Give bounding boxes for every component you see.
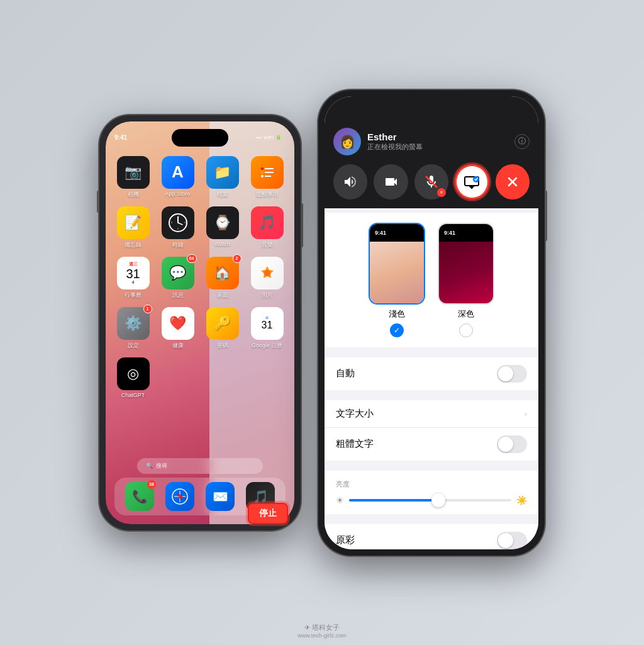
watermark-icon: ✈ xyxy=(304,624,310,631)
chatgpt-label: ChatGPT xyxy=(121,392,145,398)
watermark: ✈ 塔科女子 www.tech-girlz.com xyxy=(297,623,347,639)
notes-icon-bg: 📝 xyxy=(117,206,150,239)
chatgpt-icon-bg: ◎ xyxy=(117,357,150,390)
svg-text:6: 6 xyxy=(177,228,179,230)
clock-icon-bg: 12 3 6 9 xyxy=(162,206,194,239)
bold-toggle[interactable] xyxy=(497,435,527,453)
light-mode-preview: 9:41 xyxy=(369,223,425,305)
clock-label: 時鐘 xyxy=(172,241,184,249)
home-label: 家庭 xyxy=(217,291,228,300)
app-music[interactable]: 🎵 音樂 xyxy=(248,206,286,249)
app-appstore[interactable]: A App Store xyxy=(159,156,196,199)
light-mode-tile[interactable]: 9:41 淺色 ✓ xyxy=(369,223,425,337)
video-button[interactable] xyxy=(374,164,408,199)
stop-button[interactable]: 停止 xyxy=(248,503,288,524)
left-phone: 9:41 ▪▪▪ WiFi 🔋 📷 相機 xyxy=(99,115,301,530)
camera-icon-bg: 📷 xyxy=(117,156,150,189)
search-label: 搜尋 xyxy=(156,462,167,470)
close-shareplay-button[interactable] xyxy=(496,164,530,199)
watch-label: Watch xyxy=(214,241,230,247)
user-info: Esther 正在檢視我的螢幕 xyxy=(367,132,508,152)
photos-label: 照片 xyxy=(262,291,273,300)
search-bar[interactable]: 🔍 搜尋 xyxy=(137,458,263,474)
auto-toggle[interactable] xyxy=(497,365,527,383)
app-home[interactable]: 🏠 2 家庭 xyxy=(204,257,241,300)
app-clock[interactable]: 12 3 6 9 時鐘 xyxy=(159,206,196,249)
app-grid: 📷 相機 A App Store 📁 檔案 xyxy=(106,156,294,398)
dark-mode-label: 深色 xyxy=(458,308,474,320)
bold-text-row: 粗體文字 xyxy=(325,428,538,461)
wifi-icon: WiFi xyxy=(264,135,274,140)
app-googlecal[interactable]: G 31 Google 日曆 xyxy=(248,307,286,350)
notes-label: 備忘錄 xyxy=(125,241,142,249)
right-phone: 👩 Esther 正在檢視我的螢幕 ⓘ xyxy=(318,90,545,556)
app-settings[interactable]: ⚙️ 1 設定 xyxy=(114,307,152,350)
brightness-label: 亮度 xyxy=(336,480,527,489)
scene: 9:41 ▪▪▪ WiFi 🔋 📷 相機 xyxy=(0,0,644,645)
svg-text:12: 12 xyxy=(177,216,179,218)
appearance-section: 9:41 淺色 ✓ 9:41 xyxy=(325,213,538,347)
svg-text:3: 3 xyxy=(184,222,186,224)
dock-mail[interactable]: ✉️ xyxy=(206,482,235,511)
phone-badge: 38 xyxy=(147,480,156,489)
display-group: 原彩 根據周圍光線狀況自動調整 iPhone 螢幕，讓色彩在不同的環境下都看起來… xyxy=(325,524,538,549)
status-bar-left: 9:41 ▪▪▪ WiFi 🔋 xyxy=(106,132,294,144)
speaker-button[interactable] xyxy=(333,164,367,199)
messages-badge: 64 xyxy=(187,254,197,263)
svg-text:9: 9 xyxy=(171,222,172,224)
search-icon: 🔍 xyxy=(146,463,153,469)
app-photos[interactable]: 照片 xyxy=(248,257,286,300)
reminders-icon-bg xyxy=(251,156,284,189)
app-health[interactable]: ❤️ 健康 xyxy=(159,307,196,350)
svg-rect-5 xyxy=(265,176,271,177)
app-chatgpt[interactable]: ◎ ChatGPT xyxy=(114,357,152,398)
truetone-knob xyxy=(498,533,513,548)
camera-label: 相機 xyxy=(128,191,139,199)
app-reminders[interactable]: 提醒事項 xyxy=(248,156,286,199)
bold-toggle-knob xyxy=(498,437,513,452)
app-notes[interactable]: 📝 備忘錄 xyxy=(114,206,152,249)
app-calendar[interactable]: 週三 31 4 行事曆 xyxy=(114,257,152,300)
watermark-url: www.tech-girlz.com xyxy=(297,632,347,639)
signal-icon: ▪▪▪ xyxy=(256,135,262,140)
light-preview-time: 9:41 xyxy=(375,230,386,236)
reminders-label: 提醒事項 xyxy=(256,191,279,199)
dock-phone[interactable]: 📞 38 xyxy=(125,482,154,511)
dark-mode-tile[interactable]: 9:41 深色 xyxy=(438,223,494,337)
user-avatar: 👩 xyxy=(333,128,361,155)
mic-button[interactable]: ✕ xyxy=(414,164,448,199)
user-name: Esther xyxy=(367,132,508,142)
share-screen-button[interactable] xyxy=(455,164,489,199)
shareplay-user-row: 👩 Esther 正在檢視我的螢幕 ⓘ xyxy=(333,128,530,155)
dark-mode-preview: 9:41 xyxy=(438,223,494,305)
info-button[interactable]: ⓘ xyxy=(514,134,530,149)
appstore-icon-bg: A xyxy=(162,156,194,189)
text-group: 文字大小 › 粗體文字 xyxy=(325,400,538,461)
text-size-chevron: › xyxy=(525,409,527,418)
user-status: 正在檢視我的螢幕 xyxy=(367,142,508,152)
home-badge: 2 xyxy=(233,254,242,263)
dark-preview-time: 9:41 xyxy=(444,230,455,236)
app-watch[interactable]: ⌚ Watch xyxy=(204,206,241,249)
music-icon-bg: 🎵 xyxy=(251,206,284,239)
svg-point-0 xyxy=(261,167,264,170)
app-files[interactable]: 📁 檔案 xyxy=(204,156,241,199)
svg-rect-1 xyxy=(265,168,274,169)
dock-safari[interactable] xyxy=(165,482,194,511)
brightness-slider[interactable] xyxy=(349,499,511,502)
app-messages[interactable]: 💬 64 訊息 xyxy=(159,257,196,300)
battery-icon: 🔋 xyxy=(275,135,282,140)
muted-indicator: ✕ xyxy=(437,188,446,197)
brightness-fill xyxy=(349,499,438,502)
watch-icon-bg: ⌚ xyxy=(206,206,239,239)
text-size-label: 文字大小 xyxy=(336,408,522,420)
truetone-toggle[interactable] xyxy=(497,532,527,549)
app-passwords[interactable]: 🔑 密碼 xyxy=(204,307,241,350)
light-mode-check: ✓ xyxy=(390,323,404,337)
auto-label: 自動 xyxy=(336,367,497,379)
text-size-row[interactable]: 文字大小 › xyxy=(325,400,538,428)
googlecal-icon-bg: G 31 xyxy=(251,307,284,340)
status-icons: ▪▪▪ WiFi 🔋 xyxy=(256,135,282,140)
bold-text-label: 粗體文字 xyxy=(336,438,497,450)
app-camera[interactable]: 📷 相機 xyxy=(114,156,152,199)
